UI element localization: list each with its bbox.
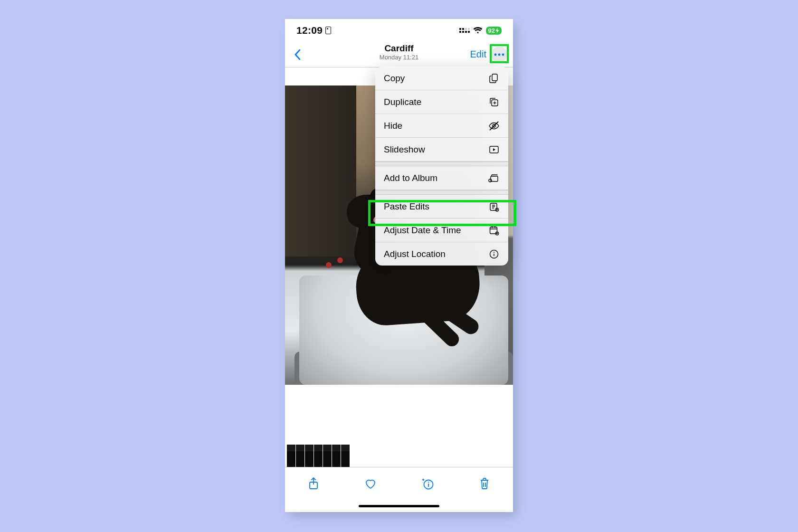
menu-separator xyxy=(375,162,508,166)
menu-item-slideshow[interactable]: Slideshow xyxy=(375,138,508,162)
menu-label: Paste Edits xyxy=(384,201,429,212)
battery-indicator: 92 xyxy=(486,27,502,35)
duplicate-icon xyxy=(488,97,500,107)
slideshow-icon xyxy=(488,144,500,155)
menu-item-duplicate[interactable]: Duplicate xyxy=(375,90,508,114)
wifi-icon xyxy=(473,27,483,34)
svg-point-2 xyxy=(502,53,504,56)
thumbnail[interactable] xyxy=(323,445,332,467)
menu-item-copy[interactable]: Copy xyxy=(375,66,508,90)
thumbnail[interactable] xyxy=(314,445,323,467)
status-time: 12:09 xyxy=(296,25,323,36)
svg-point-1 xyxy=(498,53,501,56)
add-to-album-icon xyxy=(488,173,500,183)
status-bar: 12:09 92 xyxy=(285,19,513,42)
calendar-icon xyxy=(488,225,500,236)
menu-label: Copy xyxy=(384,73,405,84)
menu-label: Duplicate xyxy=(384,97,421,107)
share-button[interactable] xyxy=(300,474,327,493)
focus-indicator-icon xyxy=(325,27,331,34)
chevron-left-icon xyxy=(294,49,301,60)
info-button[interactable] xyxy=(414,474,441,493)
paste-edits-icon xyxy=(488,201,500,212)
nav-bar: Cardiff Monday 11:21 Edit xyxy=(285,42,513,67)
thumbnail[interactable] xyxy=(305,445,314,467)
thumbnail[interactable] xyxy=(341,445,350,467)
info-icon xyxy=(488,249,500,259)
back-button[interactable] xyxy=(287,44,308,65)
svg-rect-3 xyxy=(492,74,497,81)
thumbnail[interactable] xyxy=(296,445,304,467)
menu-separator xyxy=(375,190,508,195)
menu-label: Adjust Date & Time xyxy=(384,225,461,236)
trash-icon xyxy=(479,477,490,490)
menu-label: Add to Album xyxy=(384,173,437,183)
more-menu-button[interactable] xyxy=(491,47,507,63)
menu-label: Slideshow xyxy=(384,144,425,155)
edit-button[interactable]: Edit xyxy=(470,49,486,60)
cellular-signal-icon xyxy=(459,28,470,33)
context-menu: Copy Duplicate Hide Slideshow Add to Alb… xyxy=(375,66,508,266)
svg-point-0 xyxy=(494,53,497,56)
favorite-button[interactable] xyxy=(357,474,384,493)
share-icon xyxy=(308,477,319,490)
svg-point-8 xyxy=(489,179,492,182)
delete-button[interactable] xyxy=(471,474,498,493)
info-sparkle-icon xyxy=(420,477,435,490)
hide-icon xyxy=(488,121,500,131)
thumbnail[interactable] xyxy=(287,445,295,467)
home-indicator[interactable] xyxy=(359,505,439,507)
ellipsis-icon xyxy=(494,53,504,56)
svg-point-17 xyxy=(428,482,429,483)
copy-icon xyxy=(488,73,500,84)
iphone-frame: 12:09 92 Cardiff Monday 11:21 xyxy=(285,19,513,512)
menu-label: Adjust Location xyxy=(384,249,446,259)
menu-label: Hide xyxy=(384,121,402,131)
heart-icon xyxy=(364,477,377,490)
svg-point-14 xyxy=(494,252,494,253)
status-right: 92 xyxy=(459,27,502,35)
menu-item-hide[interactable]: Hide xyxy=(375,114,508,138)
menu-item-adjust-location[interactable]: Adjust Location xyxy=(375,242,508,266)
menu-item-paste-edits[interactable]: Paste Edits xyxy=(375,195,508,218)
status-left: 12:09 xyxy=(296,25,331,36)
thumbnail[interactable] xyxy=(332,445,341,467)
menu-item-adjust-date-time[interactable]: Adjust Date & Time xyxy=(375,218,508,242)
menu-item-add-to-album[interactable]: Add to Album xyxy=(375,166,508,190)
